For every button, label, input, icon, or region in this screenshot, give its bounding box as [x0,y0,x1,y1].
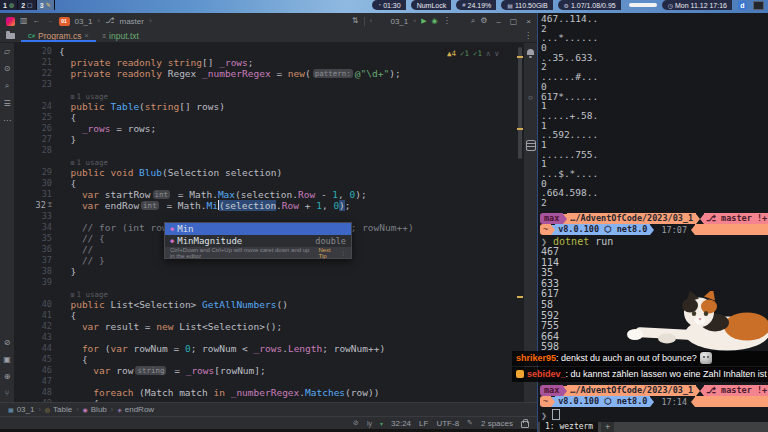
workspace-2[interactable]: 2▢ [18,0,37,10]
tab-options-kebab-icon[interactable]: ⋮ [524,31,537,40]
tab-input-txt[interactable]: ≡ input.txt [96,29,146,42]
services-tool-icon[interactable]: ⑂ [5,389,10,398]
forward-icon[interactable]: → [46,17,54,25]
breadcrumb-item-endrow[interactable]: ◈endRow [117,405,154,414]
project-window-icon[interactable]: ▥ [20,17,28,25]
text-file-icon: ≡ [103,33,107,39]
project-folder-icon[interactable]: ▱ [4,47,10,56]
more-actions-icon[interactable]: ⋮ [443,17,451,25]
completion-item-minmagnitude[interactable]: ◆MinMagnitudedouble [165,235,351,247]
nuget-icon[interactable]: ○ [528,93,533,102]
caret-line-icon: ⌶ [48,200,52,211]
tmux-tab[interactable]: 1: wezterm [540,422,598,432]
solution-name[interactable]: 03_1 [75,17,93,26]
structure-icon[interactable]: ☰ [3,99,10,108]
terminal-line: ......755. [541,150,768,160]
problems-tool-icon[interactable]: ⊕ [4,372,11,381]
commit-icon[interactable]: ⊙ [4,64,11,73]
completion-return-type: double [315,236,346,246]
git-branch-icon: ⎇ [706,385,716,395]
search-icon[interactable]: ⌕ [471,17,475,25]
more-tools-icon[interactable]: ⋯ [3,116,11,125]
next-issue-icon[interactable]: ∨ [494,49,499,58]
breadcrumb-separator: › [111,406,113,413]
tab-program-cs[interactable]: C# Program.cs × [21,29,96,42]
code-line-31: 31 var startRowint = Math.Max(selection.… [14,189,524,200]
edit-mode-pencil-icon[interactable]: ✎ [467,419,473,427]
debug-button[interactable]: ◉ [432,17,438,25]
inspection-widget[interactable]: ▲4 ✓1 ✓1 ∧ ∨ [442,48,504,59]
usages-icon: ⊞ [70,93,74,101]
chat-emote-icon [700,352,712,364]
branch-chevron-icon: ˅ [149,18,152,24]
terminal-input-line[interactable]: ❯ [541,409,560,420]
terminal-tool-icon[interactable]: ▣ [3,355,11,364]
next-tip-link[interactable]: Next Tip [318,247,337,259]
back-icon[interactable]: ← [33,17,41,25]
popup-kebab-icon[interactable]: ⋮ [340,249,346,256]
tray-d-app-icon[interactable]: d [738,1,747,10]
code-line-49: 49 { [14,398,524,402]
workspace-1[interactable]: 1◍ [0,0,18,10]
symbol-icon: ◈ [117,406,122,413]
prompt-home-marker: ~ [540,396,551,407]
settings-gear-icon[interactable]: ⚙ [480,17,487,25]
prev-issue-icon[interactable]: ∧ [486,49,491,58]
code-line-33: 33 [14,211,524,222]
segment-clock: ◷Mon 11.12 17:16 [662,0,732,10]
indent-setting[interactable]: 2 spaces [481,419,513,428]
tmux-new-tab-button[interactable]: + [601,422,614,432]
prompt-home-marker: ~ [540,224,551,235]
solution-icon[interactable]: 01 [59,17,70,26]
warning-stripe-mark[interactable] [517,296,523,298]
breadcrumb-item-blub[interactable]: ◉Blub [83,405,107,414]
language-indicator[interactable]: ly [367,420,372,427]
run-config-name[interactable]: 03_1 [390,17,408,26]
usages-icon: ⊞ [70,291,74,299]
completion-item-min[interactable]: ◆Min [165,223,351,235]
tray-screen-icon[interactable] [753,1,764,10]
run-button[interactable]: ▶ [421,17,426,25]
vcs-chevron-icon[interactable]: ˅ [370,18,373,24]
database-icon[interactable] [526,140,536,151]
usage-hint: 1 usage [76,290,108,299]
breadcrumb-item-03_1[interactable]: ▦03_1 [8,405,34,414]
search-everywhere-icon[interactable]: ⌕ [5,81,9,91]
editor-scrollbar[interactable] [518,47,522,159]
readonly-lock-icon[interactable] [521,421,529,428]
caret-position[interactable]: 32:24 [391,419,411,428]
code-line-27: 27 } [14,134,524,145]
inspections-off-icon[interactable]: ⊘ [353,419,359,427]
code-editor[interactable]: 20{21 private readonly string[] _rows;22… [14,43,524,402]
maximize-button[interactable]: ▢ [510,17,518,26]
line-separator[interactable]: LF [419,419,428,428]
prompt-right-segment [695,396,768,407]
gutter-line-number: 39 [14,277,59,288]
terminal-line: 617*...... [541,92,768,102]
tab-close-icon[interactable]: × [85,32,89,39]
git-branch-name[interactable]: master [120,17,144,26]
dotnet-icon: ⬡ [604,224,611,234]
segment-numlock: NumLock [411,0,452,10]
git-branch-icon[interactable]: ⎇ [105,17,114,25]
close-button[interactable]: × [526,17,531,26]
vcs-update-icon[interactable]: ⇅ [352,17,359,25]
vcs-incoming-icon[interactable]: ▾ [380,420,383,427]
prompt-timestamp: 17:14 [661,397,687,407]
gutter-line-number: 25 [14,112,59,123]
warning-stripe-mark[interactable] [517,128,523,130]
notifications-bell-icon[interactable] [527,49,534,55]
left-tool-stripe: ▱⊙⌕☰⋯⊘▣⊕⑂ [0,43,14,402]
rider-logo-icon[interactable] [6,17,15,26]
warning-stripe-mark[interactable] [517,56,523,58]
run-tool-icon[interactable]: ⊘ [4,338,11,347]
prompt-user: max [540,213,563,224]
file-encoding[interactable]: UTF-8 [436,419,459,428]
select-opened-file-icon[interactable] [6,33,15,39]
breadcrumb-item-table[interactable]: ◎Table [45,405,72,414]
code-line-44: 44 for (var rowNum = 0; rowNum < _rows.L… [14,343,524,354]
run-config-chevron-icon: ˅ [413,18,416,24]
segment-uptime: ◔01:30 [372,0,406,10]
minimize-button[interactable]: – [496,17,500,26]
workspace-3[interactable]: 3✎ [37,0,55,10]
